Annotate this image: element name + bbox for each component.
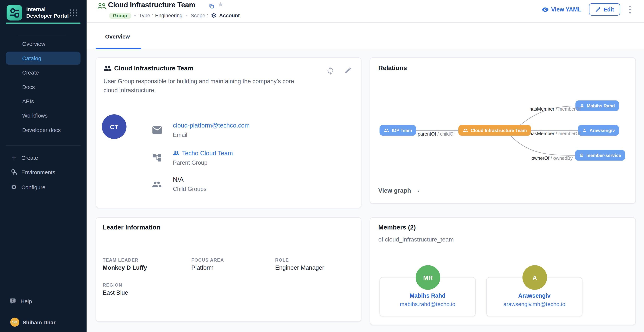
page-title: Cloud Infrastructure Team xyxy=(108,1,195,9)
card-title: Members (2) xyxy=(378,224,416,231)
member-avatar: A xyxy=(522,265,547,290)
star-icon[interactable]: ★ xyxy=(218,0,224,8)
child-groups-icon xyxy=(152,180,162,190)
gear-icon: ⚙ xyxy=(10,184,18,191)
sidebar-action-create[interactable]: + Create xyxy=(0,152,87,164)
plus-icon: + xyxy=(10,154,18,161)
people-icon xyxy=(104,65,112,73)
edit-pencil-icon[interactable] xyxy=(344,66,352,76)
graph-node-member-service[interactable]: member-service xyxy=(575,150,625,161)
member-email-link[interactable]: arawsengiv.mh@techo.io xyxy=(487,301,582,307)
member-avatar: MR xyxy=(416,265,440,290)
member-name-link[interactable]: Arawsengiv xyxy=(487,292,582,299)
view-graph-link[interactable]: View graph → xyxy=(378,186,420,194)
members-subtitle: of cloud_infrastructure_team xyxy=(378,236,454,243)
sidebar-item-docs[interactable]: Docs xyxy=(6,80,80,94)
field-label-team-leader: TEAM LEADER xyxy=(103,257,138,262)
relations-card: Relations IDP Team Cloud Infrastructure … xyxy=(370,57,636,204)
edge-label-reverse: childOf xyxy=(440,132,455,137)
sidebar-item-label: APIs xyxy=(22,98,34,104)
field-label-focus-area: FOCUS AREA xyxy=(192,257,224,262)
email-label: Email xyxy=(173,132,187,138)
help-chat-icon: ? xyxy=(10,298,17,305)
sidebar: Internal Developer Portal Overview Catal… xyxy=(0,0,87,332)
scope-label: Scope : xyxy=(191,13,208,18)
graph-node-cloud-infrastructure-team[interactable]: Cloud Infrastructure Team xyxy=(458,125,531,136)
apps-grid-icon[interactable] xyxy=(70,9,77,16)
email-icon xyxy=(152,126,162,136)
sidebar-action-label: Configure xyxy=(22,184,46,190)
sidebar-item-catalog[interactable]: Catalog xyxy=(6,52,80,65)
field-label-region: REGION xyxy=(103,282,122,287)
edge-label-separator: / xyxy=(556,131,557,136)
scope-value: Account xyxy=(219,13,240,18)
edge-label-reverse: memberOf xyxy=(558,131,580,136)
user-avatar[interactable]: SD xyxy=(10,318,19,327)
sidebar-item-create[interactable]: Create xyxy=(6,66,80,79)
edge-label-separator: / xyxy=(556,107,557,112)
member-name-link[interactable]: Mabihs Rahd xyxy=(380,292,475,299)
pencil-icon xyxy=(595,6,601,12)
sidebar-item-overview[interactable]: Overview xyxy=(6,37,80,50)
chip-icon xyxy=(579,153,584,158)
brand-name: Internal Developer Portal xyxy=(26,6,72,19)
edge-label-reverse: memberOf xyxy=(558,107,580,112)
header-actions: View YAML Edit xyxy=(542,3,632,15)
node-label: member-service xyxy=(586,153,621,158)
edit-button[interactable]: Edit xyxy=(589,3,620,15)
member-email-link[interactable]: mabihs.rahd@techo.io xyxy=(380,301,475,307)
graph-node-idp-team[interactable]: IDP Team xyxy=(380,125,416,136)
person-icon xyxy=(582,128,587,133)
tab-overview[interactable]: Overview xyxy=(105,34,130,40)
edge-label-hasmember-1: hasMember / memberOf xyxy=(530,107,580,112)
view-yaml-button[interactable]: View YAML xyxy=(542,6,581,13)
svg-text:?: ? xyxy=(12,299,14,302)
type-label: Type : xyxy=(139,13,153,18)
sync-icon[interactable] xyxy=(326,66,335,77)
user-name[interactable]: Shibam Dhar xyxy=(22,319,56,326)
child-groups-value: N/A xyxy=(173,176,184,183)
view-graph-label: View graph xyxy=(378,187,411,194)
hexagons-icon xyxy=(10,169,18,175)
copy-icon[interactable] xyxy=(208,3,214,10)
leader-information-card: Leader Information TEAM LEADER Monkey D … xyxy=(96,217,362,322)
sidebar-divider xyxy=(6,145,80,146)
sidebar-action-configure[interactable]: ⚙ Configure xyxy=(0,181,87,193)
members-card: Members (2) of cloud_infrastructure_team… xyxy=(370,217,636,325)
graph-node-mabihs-rahd[interactable]: Mabihs Rahd xyxy=(575,100,619,111)
node-label: IDP Team xyxy=(392,128,412,133)
sidebar-help-label: Help xyxy=(20,298,32,304)
field-label-role: ROLE xyxy=(275,257,289,262)
parent-group-name: Techo Cloud Team xyxy=(182,150,233,157)
user-avatar-initials: SD xyxy=(12,320,17,324)
sidebar-divider xyxy=(18,36,66,36)
node-label: Cloud Infrastructure Team xyxy=(471,128,527,133)
parent-group-label: Parent Group xyxy=(173,160,208,166)
edge-label-hasmember-2: hasMember / memberOf xyxy=(530,131,580,136)
member-card[interactable]: A Arawsengiv arawsengiv.mh@techo.io xyxy=(486,277,582,317)
graph-node-arawsengiv[interactable]: Arawsengiv xyxy=(578,125,619,136)
team-description: User Group responsible for building and … xyxy=(104,77,309,95)
field-value-focus-area: Platform xyxy=(192,264,214,271)
group-entity-icon xyxy=(98,2,106,12)
team-avatar: CT xyxy=(102,114,126,139)
field-value-region: East Blue xyxy=(103,289,128,296)
edit-button-label: Edit xyxy=(604,6,614,12)
sidebar-help[interactable]: ? Help xyxy=(0,296,87,307)
sidebar-item-apis[interactable]: APIs xyxy=(6,95,80,108)
team-email-link[interactable]: cloud-platform@techco.com xyxy=(173,122,250,129)
edge-label-forward: ownerOf xyxy=(532,156,550,161)
sidebar-item-workflows[interactable]: Workflows xyxy=(6,109,80,122)
field-value-role: Engineer Manager xyxy=(275,264,324,271)
parent-group-link[interactable]: Techo Cloud Team xyxy=(173,150,233,157)
sidebar-item-developer-docs[interactable]: Developer docs xyxy=(6,123,80,137)
sidebar-item-label: Create xyxy=(22,69,39,76)
team-avatar-initials: CT xyxy=(110,123,118,130)
sidebar-action-environments[interactable]: Environments xyxy=(0,166,87,178)
sidebar-item-label: Docs xyxy=(22,84,35,90)
more-options-icon[interactable] xyxy=(628,4,632,15)
member-avatar-initials: A xyxy=(532,274,537,281)
group-icon xyxy=(173,151,180,156)
brand-logo-icon[interactable] xyxy=(6,5,22,20)
member-card[interactable]: MR Mabihs Rahd mabihs.rahd@techo.io xyxy=(380,277,476,317)
